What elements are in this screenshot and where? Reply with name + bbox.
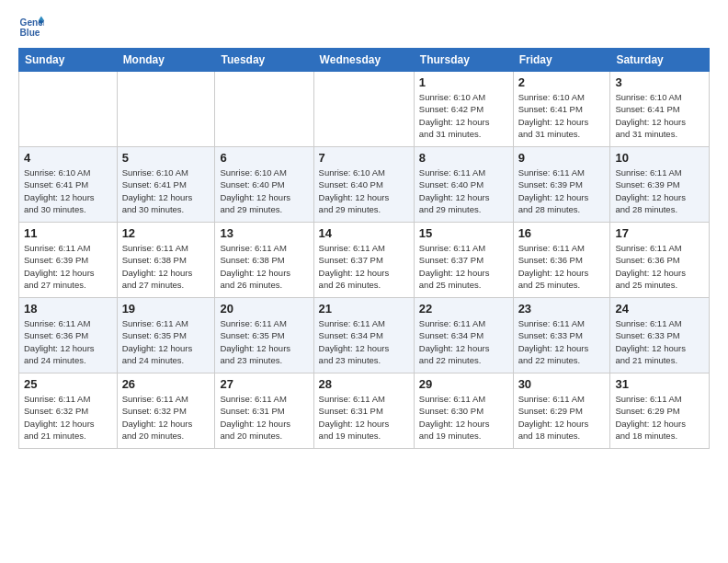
day-cell: 13Sunrise: 6:11 AM Sunset: 6:38 PM Dayli… xyxy=(215,223,313,298)
day-info: Sunrise: 6:11 AM Sunset: 6:36 PM Dayligh… xyxy=(24,317,112,366)
day-info: Sunrise: 6:10 AM Sunset: 6:41 PM Dayligh… xyxy=(122,167,210,215)
day-number: 12 xyxy=(122,226,210,240)
day-number: 20 xyxy=(220,302,308,316)
week-row-2: 4Sunrise: 6:10 AM Sunset: 6:41 PM Daylig… xyxy=(19,147,710,223)
day-cell xyxy=(19,72,118,147)
day-info: Sunrise: 6:11 AM Sunset: 6:32 PM Dayligh… xyxy=(122,393,210,442)
day-cell: 1Sunrise: 6:10 AM Sunset: 6:42 PM Daylig… xyxy=(414,72,513,147)
day-number: 5 xyxy=(122,151,210,165)
day-cell xyxy=(117,72,215,147)
day-number: 24 xyxy=(615,302,704,316)
day-info: Sunrise: 6:11 AM Sunset: 6:39 PM Dayligh… xyxy=(24,242,112,291)
day-cell: 9Sunrise: 6:11 AM Sunset: 6:39 PM Daylig… xyxy=(513,147,610,223)
day-number: 7 xyxy=(319,151,409,165)
day-info: Sunrise: 6:11 AM Sunset: 6:30 PM Dayligh… xyxy=(419,393,508,442)
day-cell: 29Sunrise: 6:11 AM Sunset: 6:30 PM Dayli… xyxy=(414,373,513,449)
day-info: Sunrise: 6:11 AM Sunset: 6:34 PM Dayligh… xyxy=(419,317,508,366)
day-info: Sunrise: 6:10 AM Sunset: 6:41 PM Dayligh… xyxy=(24,167,112,215)
day-cell: 20Sunrise: 6:11 AM Sunset: 6:35 PM Dayli… xyxy=(215,298,313,373)
day-number: 17 xyxy=(615,226,704,240)
day-number: 3 xyxy=(615,75,704,89)
day-number: 25 xyxy=(24,377,112,391)
day-info: Sunrise: 6:11 AM Sunset: 6:33 PM Dayligh… xyxy=(518,317,606,366)
logo: General Blue xyxy=(18,15,48,40)
day-info: Sunrise: 6:10 AM Sunset: 6:42 PM Dayligh… xyxy=(419,91,508,140)
day-info: Sunrise: 6:11 AM Sunset: 6:33 PM Dayligh… xyxy=(615,317,704,366)
day-cell: 30Sunrise: 6:11 AM Sunset: 6:29 PM Dayli… xyxy=(513,373,610,449)
col-header-monday: Monday xyxy=(117,49,215,72)
day-info: Sunrise: 6:11 AM Sunset: 6:31 PM Dayligh… xyxy=(220,393,308,442)
col-header-tuesday: Tuesday xyxy=(215,49,313,72)
day-number: 16 xyxy=(518,226,606,240)
day-cell: 2Sunrise: 6:10 AM Sunset: 6:41 PM Daylig… xyxy=(513,72,610,147)
day-number: 30 xyxy=(518,377,606,391)
day-info: Sunrise: 6:11 AM Sunset: 6:31 PM Dayligh… xyxy=(319,393,409,442)
logo-icon: General Blue xyxy=(18,15,44,40)
day-number: 11 xyxy=(24,226,112,240)
day-cell: 16Sunrise: 6:11 AM Sunset: 6:36 PM Dayli… xyxy=(513,223,610,298)
day-cell: 12Sunrise: 6:11 AM Sunset: 6:38 PM Dayli… xyxy=(117,223,215,298)
day-cell: 6Sunrise: 6:10 AM Sunset: 6:40 PM Daylig… xyxy=(215,147,313,223)
day-info: Sunrise: 6:11 AM Sunset: 6:38 PM Dayligh… xyxy=(220,242,308,291)
day-cell: 15Sunrise: 6:11 AM Sunset: 6:37 PM Dayli… xyxy=(414,223,513,298)
day-info: Sunrise: 6:11 AM Sunset: 6:35 PM Dayligh… xyxy=(220,317,308,366)
header-row: SundayMondayTuesdayWednesdayThursdayFrid… xyxy=(19,49,710,72)
header: General Blue xyxy=(18,15,710,40)
day-number: 1 xyxy=(419,75,508,89)
day-number: 22 xyxy=(419,302,508,316)
day-cell: 3Sunrise: 6:10 AM Sunset: 6:41 PM Daylig… xyxy=(610,72,710,147)
day-number: 28 xyxy=(319,377,409,391)
day-cell: 17Sunrise: 6:11 AM Sunset: 6:36 PM Dayli… xyxy=(610,223,710,298)
col-header-thursday: Thursday xyxy=(414,49,513,72)
day-cell: 27Sunrise: 6:11 AM Sunset: 6:31 PM Dayli… xyxy=(215,373,313,449)
day-cell: 11Sunrise: 6:11 AM Sunset: 6:39 PM Dayli… xyxy=(19,223,118,298)
day-cell: 24Sunrise: 6:11 AM Sunset: 6:33 PM Dayli… xyxy=(610,298,710,373)
day-number: 6 xyxy=(220,151,308,165)
day-info: Sunrise: 6:10 AM Sunset: 6:41 PM Dayligh… xyxy=(615,91,704,140)
day-number: 29 xyxy=(419,377,508,391)
day-cell: 10Sunrise: 6:11 AM Sunset: 6:39 PM Dayli… xyxy=(610,147,710,223)
day-info: Sunrise: 6:11 AM Sunset: 6:35 PM Dayligh… xyxy=(122,317,210,366)
day-cell: 26Sunrise: 6:11 AM Sunset: 6:32 PM Dayli… xyxy=(117,373,215,449)
day-number: 14 xyxy=(319,226,409,240)
day-number: 31 xyxy=(615,377,704,391)
col-header-wednesday: Wednesday xyxy=(313,49,414,72)
day-cell: 14Sunrise: 6:11 AM Sunset: 6:37 PM Dayli… xyxy=(313,223,414,298)
day-number: 15 xyxy=(419,226,508,240)
day-info: Sunrise: 6:11 AM Sunset: 6:38 PM Dayligh… xyxy=(122,242,210,291)
day-info: Sunrise: 6:11 AM Sunset: 6:36 PM Dayligh… xyxy=(615,242,704,291)
day-number: 8 xyxy=(419,151,508,165)
day-cell: 5Sunrise: 6:10 AM Sunset: 6:41 PM Daylig… xyxy=(117,147,215,223)
week-row-3: 11Sunrise: 6:11 AM Sunset: 6:39 PM Dayli… xyxy=(19,223,710,298)
col-header-sunday: Sunday xyxy=(19,49,118,72)
day-cell: 22Sunrise: 6:11 AM Sunset: 6:34 PM Dayli… xyxy=(414,298,513,373)
day-info: Sunrise: 6:11 AM Sunset: 6:32 PM Dayligh… xyxy=(24,393,112,442)
day-info: Sunrise: 6:11 AM Sunset: 6:37 PM Dayligh… xyxy=(419,242,508,291)
day-cell: 23Sunrise: 6:11 AM Sunset: 6:33 PM Dayli… xyxy=(513,298,610,373)
day-info: Sunrise: 6:11 AM Sunset: 6:34 PM Dayligh… xyxy=(319,317,409,366)
day-info: Sunrise: 6:11 AM Sunset: 6:40 PM Dayligh… xyxy=(419,167,508,215)
day-info: Sunrise: 6:10 AM Sunset: 6:41 PM Dayligh… xyxy=(518,91,606,140)
day-number: 21 xyxy=(319,302,409,316)
day-cell: 21Sunrise: 6:11 AM Sunset: 6:34 PM Dayli… xyxy=(313,298,414,373)
col-header-friday: Friday xyxy=(513,49,610,72)
day-number: 13 xyxy=(220,226,308,240)
day-info: Sunrise: 6:10 AM Sunset: 6:40 PM Dayligh… xyxy=(220,167,308,215)
svg-text:Blue: Blue xyxy=(20,28,40,38)
calendar-table: SundayMondayTuesdayWednesdayThursdayFrid… xyxy=(18,48,710,449)
day-cell: 8Sunrise: 6:11 AM Sunset: 6:40 PM Daylig… xyxy=(414,147,513,223)
page: General Blue SundayMondayTuesdayWednesda… xyxy=(0,0,728,458)
day-cell: 28Sunrise: 6:11 AM Sunset: 6:31 PM Dayli… xyxy=(313,373,414,449)
day-cell: 4Sunrise: 6:10 AM Sunset: 6:41 PM Daylig… xyxy=(19,147,118,223)
day-number: 18 xyxy=(24,302,112,316)
col-header-saturday: Saturday xyxy=(610,49,710,72)
day-number: 2 xyxy=(518,75,606,89)
day-info: Sunrise: 6:11 AM Sunset: 6:29 PM Dayligh… xyxy=(615,393,704,442)
week-row-4: 18Sunrise: 6:11 AM Sunset: 6:36 PM Dayli… xyxy=(19,298,710,373)
day-cell xyxy=(313,72,414,147)
day-number: 4 xyxy=(24,151,112,165)
week-row-5: 25Sunrise: 6:11 AM Sunset: 6:32 PM Dayli… xyxy=(19,373,710,449)
day-cell: 7Sunrise: 6:10 AM Sunset: 6:40 PM Daylig… xyxy=(313,147,414,223)
day-cell: 25Sunrise: 6:11 AM Sunset: 6:32 PM Dayli… xyxy=(19,373,118,449)
day-number: 10 xyxy=(615,151,704,165)
